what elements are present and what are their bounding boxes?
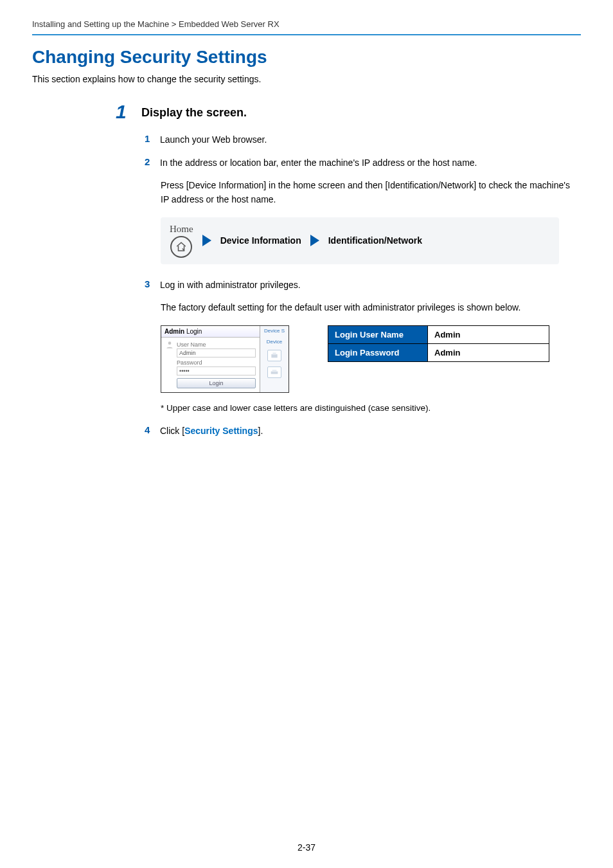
breadcrumb: Installing and Setting up the Machine > …	[32, 19, 581, 29]
header-rule	[32, 34, 581, 35]
page-title: Changing Security Settings	[32, 47, 581, 68]
scanner-icon[interactable]	[267, 366, 281, 378]
case-sensitive-note: * Upper case and lower case letters are …	[161, 403, 581, 413]
right-device-label: Device	[267, 339, 282, 345]
svg-rect-1	[271, 354, 277, 357]
substep-2-number: 2	[145, 156, 152, 170]
login-button[interactable]: Login	[177, 378, 256, 388]
step-1-title: Display the screen.	[141, 102, 247, 122]
svg-point-0	[168, 341, 172, 345]
login-title-rest: Login	[184, 328, 202, 335]
home-label: Home	[170, 224, 193, 235]
substep-4-text: Click [Security Settings].	[160, 424, 581, 439]
substep-4-number: 4	[145, 424, 152, 439]
substep-2-note: Press [Device Information] in the home s…	[161, 179, 572, 206]
substep-3: 3 Log in with administrator privileges.	[145, 278, 581, 293]
username-label: User Name	[177, 341, 256, 348]
password-input[interactable]: •••••	[177, 366, 256, 375]
user-icon	[165, 340, 174, 349]
arrow-right-icon	[202, 235, 211, 246]
table-row: Login Password Admin	[328, 344, 549, 362]
login-user-name-header: Login User Name	[328, 326, 428, 344]
security-settings-link[interactable]: Security Settings	[184, 426, 258, 436]
intro-text: This section explains how to change the …	[32, 74, 581, 84]
substep-1-text: Launch your Web browser.	[160, 133, 581, 147]
printer-icon[interactable]	[267, 350, 281, 361]
substep-4-pre: Click [	[160, 426, 184, 436]
username-input[interactable]: Admin	[177, 348, 256, 357]
step-1-number: 1	[116, 102, 141, 122]
nav-identification-network[interactable]: Identification/Network	[328, 235, 422, 246]
substep-2: 2 In the address or location bar, enter …	[145, 156, 581, 170]
substep-3-text: Log in with administrator privileges.	[160, 278, 581, 293]
nav-path-panel: Home Device Information Identification/N…	[161, 217, 559, 264]
login-title-bold: Admin	[164, 328, 184, 335]
table-row: Login User Name Admin	[328, 326, 549, 344]
login-password-header: Login Password	[328, 344, 428, 362]
svg-rect-2	[272, 352, 276, 354]
arrow-right-icon	[310, 235, 319, 246]
substep-1-number: 1	[145, 133, 152, 147]
substep-3-number: 3	[145, 278, 152, 293]
page-number: 2-37	[0, 842, 613, 853]
credentials-table: Login User Name Admin Login Password Adm…	[328, 325, 549, 362]
home-icon[interactable]	[170, 236, 192, 258]
nav-device-info[interactable]: Device Information	[220, 235, 301, 246]
substep-1: 1 Launch your Web browser.	[145, 133, 581, 147]
login-user-name-value: Admin	[428, 326, 549, 344]
substep-2-text: In the address or location bar, enter th…	[160, 156, 581, 170]
login-title: Admin Login	[161, 326, 260, 338]
substep-4-post: ].	[258, 426, 263, 436]
login-screenshot: Admin Login User Name Admin Password •••…	[161, 325, 289, 393]
substep-4: 4 Click [Security Settings].	[145, 424, 581, 439]
password-label: Password	[177, 359, 256, 366]
login-row: Admin Login User Name Admin Password •••…	[161, 325, 581, 393]
login-password-value: Admin	[428, 344, 549, 362]
home-column: Home	[170, 224, 193, 258]
step-1-header: 1 Display the screen.	[116, 102, 581, 122]
substep-3-note: The factory default setting for the defa…	[161, 301, 572, 315]
right-top-label: Device S	[264, 328, 285, 334]
svg-rect-4	[272, 370, 277, 372]
